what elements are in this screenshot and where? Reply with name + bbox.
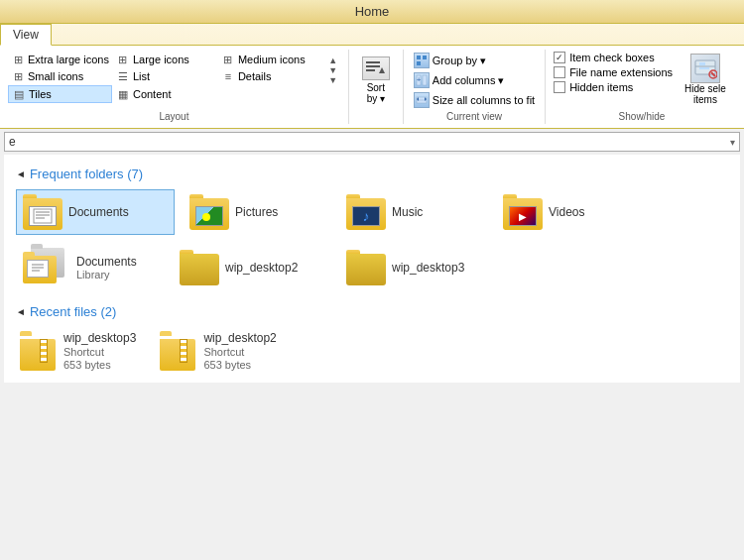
folder-music[interactable]: ♪ Music [339,189,488,235]
recent-wip3-info: wip_desktop3 Shortcut 653 bytes [63,331,136,371]
wip3-folder-icon [346,250,386,285]
recent-wip2-name: wip_desktop2 [203,331,276,345]
videos-folder-icon: ▶ [503,194,543,230]
sort-group: Sortby ▾ x [349,50,404,124]
group-by-icon [414,53,430,68]
recent-wip3[interactable]: wip_desktop3 Shortcut 653 bytes [16,327,140,375]
recent-wip2-info: wip_desktop2 Shortcut 653 bytes [203,331,276,371]
layout-tiles[interactable]: Tiles [8,85,112,103]
folder-wip-desktop2[interactable]: wip_desktop2 [173,243,331,292]
layout-list[interactable]: List [113,68,217,84]
svg-rect-17 [699,67,709,69]
svg-rect-1 [366,65,380,67]
recent-files-header: ◄ Recent files (2) [16,304,728,319]
pictures-folder-icon [189,194,229,230]
size-columns-icon [414,92,430,108]
layout-extra-large[interactable]: Extra large icons [8,52,112,67]
recent-wip3-type: Shortcut [63,346,136,358]
recent-wip2-size: 653 bytes [203,359,276,371]
size-all-columns-button[interactable]: Size all columns to fit [412,91,537,109]
tab-view[interactable]: View [0,24,52,46]
svg-rect-4 [417,56,421,59]
scroll-expand-icon[interactable]: ▼ [328,75,338,85]
main-content: ◄ Frequent folders (7) Docume [4,155,740,383]
address-dropdown-icon[interactable]: ▾ [730,137,735,148]
frequent-folders-title: Frequent folders (7) [30,167,143,181]
ribbon-tab-bar: View [0,24,744,46]
sort-icon [362,56,390,80]
layout-medium[interactable]: Medium icons [218,52,322,67]
videos-label: Videos [549,205,584,219]
small-icon [11,69,25,83]
current-view-group: Group by ▾ + Add columns ▾ [404,50,546,124]
layout-scroll[interactable]: ▲ ▼ ▼ [326,52,340,89]
folder-wip-desktop3[interactable]: wip_desktop3 [339,243,488,292]
frequent-folders-arrow[interactable]: ◄ [16,168,26,179]
library-folder-icon [23,248,70,287]
hidden-items-checkbox[interactable] [554,81,565,93]
file-name-extensions-option[interactable]: File name extensions [554,66,673,78]
frequent-folders-grid: Documents Pictures ♪ Mus [16,189,728,292]
frequent-folders-header: ◄ Frequent folders (7) [16,167,728,181]
layout-small[interactable]: Small icons [8,68,112,84]
hidden-items-option[interactable]: Hidden items [554,81,673,93]
svg-rect-2 [366,69,375,71]
tiles-icon [12,87,26,101]
folder-pictures[interactable]: Pictures [183,189,331,235]
sort-by-button[interactable]: Sortby ▾ [357,54,395,107]
wip2-folder-icon [180,250,219,285]
layout-details[interactable]: Details [218,68,322,84]
layout-large[interactable]: Large icons [113,52,217,67]
recent-wip3-size: 653 bytes [63,359,136,371]
recent-wip3-name: wip_desktop3 [63,331,136,345]
recent-files-arrow[interactable]: ◄ [16,306,26,317]
list-icon [116,69,130,83]
address-bar[interactable]: e ▾ [4,132,740,152]
folder-documents[interactable]: Documents [16,189,175,235]
folder-videos[interactable]: ▶ Videos [496,189,645,235]
wip2-label: wip_desktop2 [225,261,298,275]
show-hide-label: Show/hide [554,111,730,122]
add-columns-icon: + [414,72,430,88]
layout-group: Extra large icons Large icons Medium ico… [0,50,349,124]
window-title: Home [355,4,390,19]
zip-wip3-icon [20,331,56,371]
ribbon: View Extra large icons Large icons Me [0,24,744,129]
svg-rect-5 [423,56,427,59]
layout-content[interactable]: Content [113,85,217,103]
current-view-items: Group by ▾ + Add columns ▾ [412,52,537,109]
medium-icon [221,53,235,66]
add-columns-button[interactable]: + Add columns ▾ [412,71,507,89]
item-checkboxes-checkbox[interactable] [554,52,565,63]
show-hide-group: Item check boxes File name extensions Hi… [546,50,738,124]
documents-label: Documents [68,205,129,219]
music-folder-icon: ♪ [346,194,386,230]
large-icon [116,53,130,66]
recent-wip2-type: Shortcut [203,346,276,358]
recent-wip2[interactable]: wip_desktop2 Shortcut 653 bytes [156,327,280,375]
title-bar: Home [0,0,744,24]
current-view-label: Current view [412,111,537,122]
library-name: Documents [76,255,137,269]
file-name-extensions-checkbox[interactable] [554,66,565,78]
scroll-down-icon[interactable]: ▼ [328,65,338,75]
music-label: Music [392,205,423,219]
group-by-button[interactable]: Group by ▾ [412,52,488,69]
details-icon [221,69,235,83]
recent-files-title: Recent files (2) [30,304,116,319]
svg-rect-8 [423,75,427,85]
hide-selected-icon [690,54,720,83]
documents-folder-icon [23,194,62,230]
library-sublabel: Library [76,269,137,280]
library-labels: Documents Library [76,255,137,280]
show-hide-items: Item check boxes File name extensions Hi… [554,52,730,109]
scroll-up-icon[interactable]: ▲ [328,56,338,65]
svg-rect-6 [417,61,421,65]
hide-selected-button[interactable]: Hide seleitems [681,52,730,107]
svg-text:+: + [416,75,421,84]
svg-rect-16 [699,62,705,65]
folder-documents-library[interactable]: Documents Library [16,243,165,292]
svg-rect-0 [366,61,380,63]
layout-label: Layout [8,111,340,122]
item-checkboxes-option[interactable]: Item check boxes [554,52,673,63]
